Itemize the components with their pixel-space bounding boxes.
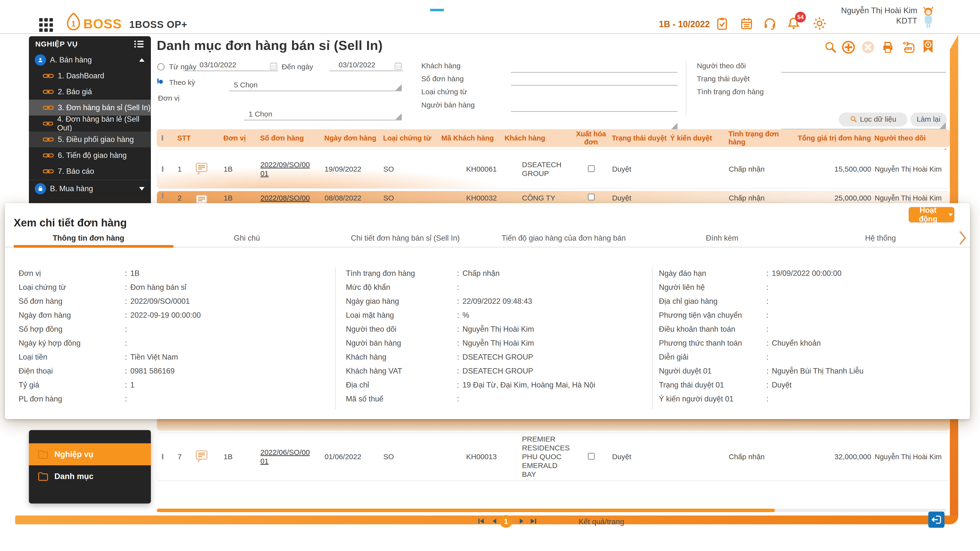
col-total[interactable]: Tổng giá trị đơn hàng (796, 134, 871, 142)
cell-customer-code: KH00032 (442, 194, 505, 202)
first-page-icon[interactable] (477, 517, 485, 525)
select-all-checkbox[interactable] (162, 135, 163, 141)
col-order-no[interactable]: Số đơn hàng (260, 134, 324, 142)
col-approve[interactable]: Trạng thái duyệt (612, 134, 670, 142)
table-row[interactable]: 7 1B 2022/06/SO/0001 01/06/2022 SO KH000… (157, 433, 950, 481)
actions-button[interactable]: Hoạt động (909, 207, 954, 222)
row-checkbox[interactable] (162, 166, 163, 172)
last-page-icon[interactable] (529, 517, 538, 525)
cell-status: Chấp nhận (729, 165, 796, 173)
sidebar-item-sell-out[interactable]: 4. Đơn hàng bán lẻ (Sell Out) (29, 116, 151, 132)
from-date-field[interactable]: 03/10/2022 (183, 58, 278, 71)
reset-button[interactable]: Làm lại (911, 113, 947, 126)
cell-stt: 7 (178, 453, 195, 461)
customer-filter-input[interactable] (511, 60, 678, 73)
user-name[interactable]: Nguyễn Thị Hoài Kim (833, 6, 917, 15)
calendar-picker-icon[interactable] (394, 61, 403, 70)
col-unit[interactable]: Đơn vị (223, 134, 260, 142)
current-page-button[interactable]: 1 (500, 515, 512, 528)
tab-notes[interactable]: Ghi chú (168, 234, 326, 243)
field-row: Mã số thuế: (346, 392, 647, 406)
row-checkbox[interactable] (162, 454, 163, 459)
field-row: Địa chỉ giao hàng: (659, 294, 967, 308)
table-row[interactable]: 1 1B 2022/09/SO/0001 19/09/2022 SO KH000… (157, 150, 950, 189)
sidebar-item-delivery-dispatch[interactable]: 5. Điều phối giao hàng (29, 132, 151, 148)
cancel-icon[interactable] (861, 40, 875, 54)
switcher-item-nghiep-vu[interactable]: Nghiệp vụ (29, 443, 151, 465)
col-order-date[interactable]: Ngày đơn hàng (324, 134, 383, 142)
calendar-icon[interactable] (740, 17, 753, 30)
cell-doc-type: SO (383, 194, 442, 202)
seller-filter-input[interactable] (511, 99, 678, 112)
support-headset-icon[interactable] (763, 17, 777, 30)
switcher-item-danh-muc[interactable]: Danh mục (29, 465, 151, 487)
tab-attachments[interactable]: Đính kèm (643, 234, 802, 243)
user-avatar[interactable] (921, 6, 936, 30)
note-comment-icon[interactable] (195, 162, 208, 176)
order-number-link[interactable]: 2022/06/SO/0001 (260, 448, 310, 465)
col-follower[interactable]: Người theo dõi (871, 134, 932, 142)
sidebar-item-sell-in[interactable]: 3. Đơn hàng bán sỉ (Sell In) (29, 100, 151, 116)
invoice-checkbox[interactable] (588, 194, 595, 200)
collapse-caret-icon[interactable] (139, 58, 145, 62)
sidebar-group-purchasing[interactable]: B. Mua hàng (29, 181, 151, 197)
tasks-icon[interactable] (715, 17, 729, 30)
period-label[interactable]: 1B - 10/2022 (659, 19, 710, 29)
filter-data-button[interactable]: Lọc dữ liệu (839, 113, 907, 126)
expand-caret-icon[interactable] (139, 187, 145, 191)
sidebar-switcher: Nghiệp vụ Danh mục (29, 430, 151, 503)
field-row: Số đơn hàng:2022/09/SO/0001 (19, 294, 330, 308)
colon: : (763, 395, 772, 403)
note-comment-icon[interactable] (195, 449, 208, 463)
sidebar-group-sales[interactable]: A. Bán hàng (29, 52, 151, 68)
next-page-icon[interactable] (517, 517, 526, 525)
export-xlsx-icon[interactable]: XLSX (902, 40, 916, 54)
field-row: Người duyệt 01:Nguyễn Bùi Thị Thanh Liễu (659, 364, 967, 378)
calendar-picker-icon[interactable] (269, 61, 278, 70)
app-grid-icon[interactable] (39, 18, 53, 32)
tab-order-info[interactable]: Thông tin đơn hàng (9, 234, 168, 243)
col-status[interactable]: Tình trạng đơn hàng (729, 130, 796, 146)
tabs-next-chevron-icon[interactable] (958, 230, 967, 245)
tab-delivery-progress[interactable]: Tiến độ giao hàng của đơn hàng bán (485, 234, 643, 243)
doc-type-filter-select[interactable] (511, 118, 678, 130)
col-stt[interactable]: STT (177, 134, 194, 142)
tab-system[interactable]: Hệ thống (801, 234, 960, 243)
exit-back-button[interactable] (928, 511, 945, 528)
order-no-filter-input[interactable] (511, 73, 678, 86)
col-opinion[interactable]: Ý kiến duyệt (670, 134, 729, 142)
add-icon[interactable] (842, 40, 855, 54)
field-label: PL đơn hàng (19, 395, 121, 403)
period-select[interactable]: 5 Chọn (229, 78, 402, 91)
prev-page-icon[interactable] (490, 517, 499, 525)
order-number-link[interactable]: 2022/09/SO/0001 (260, 160, 310, 178)
period-radio[interactable] (157, 78, 159, 84)
sidebar-item-quotes[interactable]: 2. Báo giá (29, 84, 151, 100)
unit-select[interactable]: 1 Chọn (244, 107, 402, 121)
print-icon[interactable] (881, 40, 895, 54)
follower-filter-input[interactable] (781, 60, 946, 73)
sidebar-item-delivery-progress[interactable]: 6. Tiến độ giao hàng (29, 148, 151, 163)
switcher-item-label: Danh mục (54, 472, 94, 481)
invoice-checkbox[interactable] (588, 453, 595, 460)
colon: : (763, 381, 772, 389)
from-date-radio[interactable] (157, 63, 165, 70)
field-row: Ngày đơn hàng:2022-09-19 00:00:00 (19, 308, 330, 322)
col-doc-type[interactable]: Loại chứng từ (383, 134, 441, 142)
sidebar-item-dashboard[interactable]: 1. DashBoard (29, 68, 151, 84)
link-icon (43, 89, 54, 95)
col-invoice[interactable]: Xuất hóa đơn (570, 130, 612, 146)
to-date-field[interactable]: 03/10/2022 (329, 58, 403, 71)
hscroll-thumb[interactable] (157, 509, 775, 512)
row-checkbox[interactable] (162, 193, 163, 198)
sidebar-item-reports[interactable]: 7. Báo cáo (29, 163, 151, 179)
invoice-checkbox[interactable] (588, 165, 595, 172)
settings-gear-icon[interactable] (813, 17, 826, 30)
tab-order-detail[interactable]: Chi tiết đơn hàng bán sỉ (Sell In) (326, 234, 485, 243)
search-icon[interactable] (824, 40, 837, 54)
list-menu-icon[interactable] (134, 40, 145, 48)
filter-bookmark-icon[interactable] (921, 40, 935, 53)
cell-order-date: 08/08/2022 (325, 194, 383, 202)
col-customer[interactable]: Khách hàng (504, 134, 570, 142)
col-customer-code[interactable]: Mã Khách hàng (441, 134, 504, 142)
